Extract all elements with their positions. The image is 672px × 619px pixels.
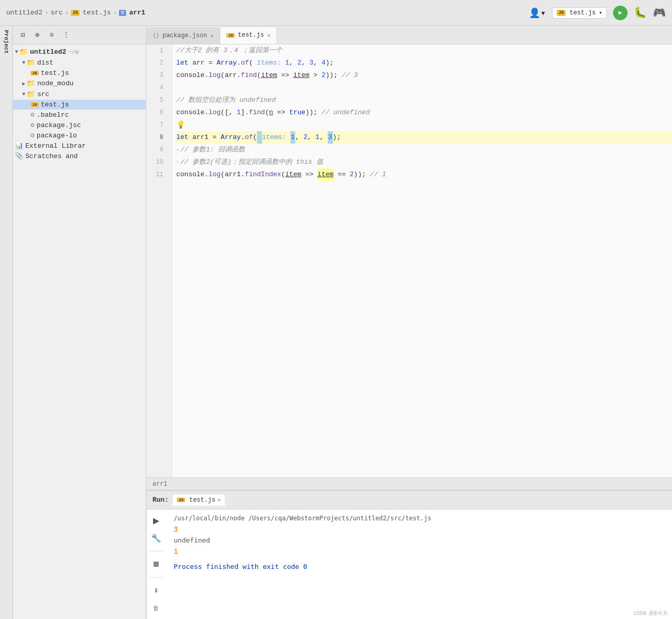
tree-item-scratches[interactable]: 📎 Scratches and [13, 151, 146, 161]
folder-icon: 📁 [19, 48, 28, 56]
code-line-3: console . log (arr. find ( item => item … [176, 69, 672, 82]
breadcrumb-file[interactable]: test.js [83, 9, 111, 17]
stop-btn[interactable]: ⏹ [149, 558, 163, 571]
chevron-down-icon: ▼ [15, 49, 18, 55]
status-scope: arr1 [152, 481, 167, 488]
class-array-2: Array [217, 57, 237, 69]
tree-item-external-libs[interactable]: 📊 External Librar [13, 141, 146, 151]
run-config[interactable]: JS test.js ▾ [552, 7, 607, 19]
tab-testjs-label: test.js [238, 32, 264, 39]
watermark: CSDN @张今天 [634, 610, 668, 617]
breadcrumb-src[interactable]: src [51, 9, 63, 17]
tab-package-json-label: package.json [162, 32, 207, 39]
run-config-chevron[interactable]: ▾ [599, 9, 602, 16]
line-num-10: 10 [146, 156, 167, 168]
debug-icon[interactable]: 🐛 [634, 6, 647, 19]
generic-file-icon: ⚙ [30, 121, 35, 129]
chevron-down-icon: ▼ [22, 91, 25, 97]
tree-label-packagelock: package-lo [37, 132, 77, 140]
run-config-label: test.js [570, 9, 595, 17]
clear-btn[interactable]: 🗑 [149, 601, 163, 615]
code-line-5: // 数组空位处理为 undefined [176, 94, 672, 106]
breadcrumb-symbol[interactable]: arr1 [129, 9, 145, 17]
main-layout: Project ⊡ ⊕ ≡ ⋮ ▼ 📁 untitled2 ~/W ▼ 📁 di… [0, 26, 672, 619]
collapse-icon-10[interactable]: ▹ [176, 156, 179, 168]
line-num-6: 6 [146, 106, 167, 119]
highlight-item-11b: item [317, 168, 333, 181]
tree-label-dist-testjs: test.js [41, 69, 69, 77]
bulb-icon[interactable]: 💡 [176, 119, 185, 131]
locate-file-btn[interactable]: ⊕ [32, 29, 43, 41]
tree-item-dist[interactable]: ▼ 📁 dist [13, 57, 146, 68]
tabs-bar: {} package.json ✕ JS test.js ✕ [146, 26, 672, 44]
line-num-5: 5 [146, 94, 167, 106]
code-content[interactable]: //大于2 的有 3，4 ；返回第一个 let arr = Array . of… [172, 44, 672, 477]
param-items-2: items: [257, 57, 285, 69]
tree-item-src-testjs[interactable]: JS test.js [13, 100, 146, 110]
tree-item-src[interactable]: ▼ 📁 src [13, 89, 146, 100]
file-tree-content: ▼ 📁 untitled2 ~/W ▼ 📁 dist JS test.js ▶ … [13, 44, 146, 619]
code-line-8: let arr1 = Array . of ( items: 1 , 2 , 1… [176, 131, 672, 144]
tree-label-external-libs: External Librar [25, 142, 86, 150]
param-item-11a: item [285, 168, 301, 181]
line-num-3: 3 [146, 69, 167, 82]
tree-label-path: ~/W [68, 49, 79, 55]
code-line-4 [176, 82, 672, 94]
js-file-icon: JS [30, 102, 39, 107]
tab-package-json-close[interactable]: ✕ [210, 33, 214, 39]
user-icon[interactable]: 👤▾ [529, 7, 546, 19]
js-badge: JS [71, 10, 80, 16]
param-item-3: item [261, 69, 277, 82]
settings-btn[interactable]: ⋮ [60, 29, 72, 41]
tab-package-json-icon: {} [152, 33, 159, 39]
tree-item-dist-testjs[interactable]: JS test.js [13, 68, 146, 78]
collapse-all-btn[interactable]: ⊡ [17, 29, 28, 41]
sidebar-strip: Project [0, 26, 13, 619]
project-tab[interactable]: Project [3, 30, 9, 54]
tab-testjs[interactable]: JS test.js ✕ [220, 27, 277, 44]
collapse-icon-9[interactable]: ▹ [176, 144, 179, 156]
line-num-9: 9 [146, 144, 167, 156]
tree-label-dist: dist [37, 59, 53, 67]
run-tab-close[interactable]: ✕ [218, 497, 221, 503]
method-of-2: of [241, 57, 249, 69]
code-comment-1: //大于2 的有 3，4 ；返回第一个 [176, 44, 282, 57]
run-again-btn[interactable]: ▶ [149, 514, 163, 527]
tree-label-packagejson: package.jsc [37, 121, 81, 129]
tree-label-scratches: Scratches and [25, 152, 78, 160]
run-button[interactable] [613, 6, 628, 20]
generic-file-icon: ⚙ [30, 131, 35, 140]
line-num-11: 11 [146, 168, 167, 181]
line-num-7: 7 [146, 119, 167, 131]
run-tab-icon: JS [177, 498, 185, 502]
line-numbers: 1 2 3 4 5 6 7 8 9 10 11 [146, 44, 172, 477]
tab-package-json[interactable]: {} package.json ✕ [146, 27, 220, 44]
tree-item-packagelock[interactable]: ⚙ package-lo [13, 130, 146, 141]
breadcrumb-project[interactable]: untitled2 [6, 9, 42, 17]
folder-icon: 📁 [26, 90, 35, 99]
run-tab-testjs[interactable]: JS test.js ✕ [173, 494, 225, 506]
folder-icon: 📁 [26, 58, 35, 67]
tree-item-babelrc[interactable]: ⚙ .babelrc [13, 110, 146, 120]
output-line-undefined: undefined [174, 535, 664, 546]
output-line-3: 3 [174, 523, 664, 535]
chevron-down-icon: ▼ [22, 60, 25, 66]
param-item-3b: item [293, 69, 309, 82]
output-line-1: 1 [174, 546, 664, 557]
status-bar: arr1 [146, 477, 672, 490]
code-editor[interactable]: 1 2 3 4 5 6 7 8 9 10 11 //大于2 的有 3，4 ；返回… [146, 44, 672, 477]
title-bar: untitled2 › src › JS test.js › V arr1 👤▾… [0, 0, 672, 26]
sort-btn[interactable]: ≡ [46, 29, 57, 41]
tree-item-root[interactable]: ▼ 📁 untitled2 ~/W [13, 47, 146, 57]
tree-item-packagejson[interactable]: ⚙ package.jsc [13, 120, 146, 130]
run-config-badge: JS [557, 10, 566, 16]
code-line-1: //大于2 的有 3，4 ；返回第一个 [176, 44, 672, 57]
rerun-btn[interactable]: 🔧 [149, 531, 163, 545]
tree-label-nodemodules: node_modu [37, 80, 73, 87]
plugin-icon[interactable]: 🎮 [653, 6, 666, 19]
code-line-11: console . log (arr1. findIndex ( item =>… [176, 168, 672, 181]
tree-item-nodemodules[interactable]: ▶ 📁 node_modu [13, 78, 146, 89]
tab-testjs-close[interactable]: ✕ [267, 32, 271, 39]
ident-arr: arr [192, 57, 208, 69]
scroll-end-btn[interactable]: ⬇ [149, 584, 163, 597]
